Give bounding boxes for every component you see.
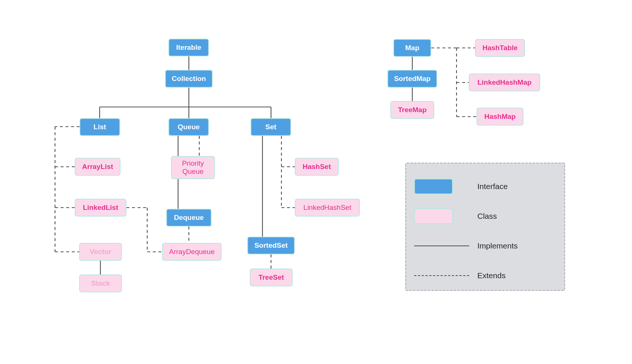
legend-label-interface: Interface	[477, 182, 508, 191]
node-vector: Vector	[79, 243, 122, 261]
node-hashtable: HashTable	[475, 39, 525, 57]
node-map: Map	[393, 39, 431, 57]
legend-line-dashed	[414, 275, 469, 276]
legend-row-interface: Interface	[414, 172, 556, 201]
node-list: List	[80, 118, 120, 136]
node-treemap: TreeMap	[390, 101, 434, 119]
legend-label-implements: Implements	[477, 241, 518, 250]
node-hashset: HashSet	[295, 158, 339, 176]
legend: Interface Class Implements Extends	[405, 163, 565, 291]
node-priorityqueue: Priority Queue	[171, 156, 215, 179]
legend-row-extends: Extends	[414, 261, 556, 290]
legend-swatch-class	[414, 208, 453, 224]
legend-row-class: Class	[414, 201, 556, 231]
node-set: Set	[251, 118, 291, 136]
node-collection: Collection	[165, 70, 213, 88]
legend-line-solid	[414, 246, 469, 246]
legend-label-extends: Extends	[477, 271, 506, 280]
node-iterable: Iterable	[168, 39, 209, 56]
node-dequeue: Dequeue	[166, 209, 212, 227]
legend-row-implements: Implements	[414, 231, 556, 261]
node-sortedset: SortedSet	[247, 237, 295, 254]
legend-label-class: Class	[477, 212, 497, 221]
legend-swatch-interface	[414, 179, 453, 194]
node-linkedhashset: LinkedHashSet	[295, 199, 360, 217]
node-linkedlist: LinkedList	[75, 199, 126, 217]
node-stack: Stack	[79, 274, 122, 292]
node-sortedmap: SortedMap	[387, 70, 437, 88]
node-treeset: TreeSet	[250, 269, 293, 286]
node-arraydequeue: ArrayDequeue	[162, 243, 222, 261]
node-linkedhashmap: LinkedHashMap	[469, 74, 540, 91]
node-queue: Queue	[168, 118, 209, 136]
node-arraylist: ArrayList	[75, 158, 120, 176]
diagram-canvas: Iterable Collection List Queue Set Deque…	[0, 0, 632, 364]
node-hashmap: HashMap	[477, 108, 523, 126]
